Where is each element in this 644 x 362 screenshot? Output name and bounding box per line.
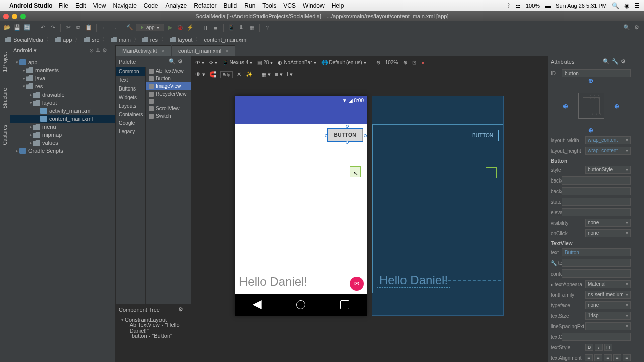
- crumb-layout[interactable]: layout: [168, 37, 194, 43]
- attach-debugger-icon[interactable]: ⏸: [202, 24, 210, 32]
- device-dropdown[interactable]: 📱 Nexus 4 ▾: [222, 60, 253, 65]
- minimize-window-icon[interactable]: [12, 14, 17, 19]
- tree-item[interactable]: content_main.xml: [10, 115, 115, 123]
- save-icon[interactable]: 💾: [13, 24, 21, 32]
- menu-edit[interactable]: Edit: [75, 2, 86, 9]
- tab-mainactivity[interactable]: MainActivity.kt×: [116, 45, 171, 56]
- attrs-search-icon[interactable]: 🔍: [603, 58, 610, 65]
- palette-item[interactable]: ScrollView: [146, 105, 191, 112]
- crumb-file[interactable]: content_main.xml: [202, 37, 249, 43]
- palette-item[interactable]: Ab TextView: [146, 67, 191, 75]
- forward-icon[interactable]: →: [110, 24, 118, 32]
- project-hide-icon[interactable]: −: [109, 48, 112, 54]
- attrs-wrench-icon[interactable]: 🔧: [612, 58, 619, 65]
- default-margin[interactable]: 8dp: [220, 71, 233, 78]
- tab-contentmain[interactable]: content_main.xml×: [172, 45, 235, 56]
- maximize-window-icon[interactable]: [20, 14, 26, 19]
- palette-category[interactable]: Layouts: [116, 102, 145, 110]
- tree-item[interactable]: ▸menu: [10, 123, 115, 131]
- crumb-src[interactable]: src: [82, 37, 101, 43]
- bp-imageview-widget[interactable]: [486, 167, 497, 178]
- constraint-top-icon[interactable]: ⊕: [588, 77, 593, 84]
- notifications-icon[interactable]: ☰: [634, 2, 640, 9]
- menu-refactor[interactable]: Refactor: [194, 2, 216, 9]
- tree-item[interactable]: ▸values: [10, 139, 115, 147]
- crumb-res[interactable]: res: [140, 37, 160, 43]
- debug-icon[interactable]: 🐞: [176, 24, 184, 32]
- device-preview[interactable]: ▼ ◢ 8:00 BUTTON: [235, 96, 367, 316]
- design-surface-icon[interactable]: 👁 ▾: [195, 71, 205, 78]
- palette-item[interactable]: Button: [146, 75, 191, 82]
- bluetooth-icon[interactable]: ᛒ: [507, 2, 510, 9]
- bp-button-widget[interactable]: BUTTON: [467, 130, 499, 141]
- tree-item[interactable]: ▸manifests: [10, 66, 115, 74]
- back-icon[interactable]: ←: [100, 24, 108, 32]
- textappear-dropdown[interactable]: Material: [585, 280, 631, 288]
- palette-category[interactable]: Common: [116, 67, 145, 76]
- palette-category[interactable]: Text: [116, 76, 145, 84]
- constraint-right-icon[interactable]: ⊕: [614, 103, 619, 110]
- constraint-bottom-icon[interactable]: ⊕: [588, 127, 593, 134]
- project-tree[interactable]: ▾app▸manifests▸java▾res▸drawable▾layouta…: [10, 56, 115, 157]
- zoom-out-icon[interactable]: ⊖: [376, 60, 380, 65]
- project-tab[interactable]: 1:Project: [2, 49, 8, 75]
- crumb-main[interactable]: main: [109, 37, 133, 43]
- structure-icon[interactable]: ▦: [248, 24, 256, 32]
- tree-item[interactable]: ▾app: [10, 58, 115, 66]
- tree-item[interactable]: ▸Gradle Scripts: [10, 147, 115, 155]
- close-window-icon[interactable]: [3, 14, 9, 19]
- elevation-input[interactable]: [562, 208, 631, 216]
- typeface-dropdown[interactable]: none: [585, 301, 631, 309]
- project-collapse-icon[interactable]: ⇊: [96, 47, 100, 54]
- palette-category[interactable]: Legacy: [116, 127, 145, 136]
- palette-item[interactable]: ImageView: [146, 82, 191, 90]
- menu-tools[interactable]: Tools: [262, 2, 276, 9]
- align-start-button[interactable]: ≡: [585, 354, 593, 361]
- palette-item[interactable]: Switch: [146, 112, 191, 120]
- tree-item[interactable]: ▾layout: [10, 99, 115, 107]
- constraint-left-icon[interactable]: ⊕: [563, 103, 568, 110]
- constraint-widget[interactable]: ⊕ ⊕ ⊕ ⊕ 〉〉〉 〈〈〈: [566, 80, 616, 131]
- redo-icon[interactable]: ↷: [49, 24, 57, 32]
- project-gear-icon[interactable]: ⚙: [102, 47, 107, 54]
- pack-icon[interactable]: ▦ ▾: [261, 71, 271, 78]
- menu-code[interactable]: Code: [144, 2, 158, 9]
- search-icon[interactable]: 🔍: [623, 24, 631, 32]
- open-icon[interactable]: 📂: [3, 24, 11, 32]
- allcaps-button[interactable]: TT: [604, 344, 612, 351]
- captures-tab[interactable]: Captures: [2, 122, 8, 148]
- cut-icon[interactable]: ✂: [64, 24, 72, 32]
- textcolor-input[interactable]: [562, 333, 631, 341]
- clear-constraints-icon[interactable]: ✕: [237, 71, 242, 78]
- menu-build[interactable]: Build: [224, 2, 237, 9]
- palette-category[interactable]: Google: [116, 119, 145, 127]
- avd-icon[interactable]: 📱: [227, 24, 235, 32]
- sync-icon[interactable]: 🔄: [23, 24, 31, 32]
- project-view-selector[interactable]: Android ▾: [13, 47, 37, 54]
- palette-category[interactable]: Buttons: [116, 84, 145, 93]
- bp-textview-widget[interactable]: Hello Daniel!: [377, 273, 450, 288]
- align-right-button[interactable]: ≡: [613, 354, 621, 361]
- onclick-dropdown[interactable]: none: [585, 229, 631, 237]
- crumb-app[interactable]: app: [53, 37, 74, 43]
- attrs-gear-icon[interactable]: ⚙: [621, 58, 626, 65]
- align-left-button[interactable]: ≡: [594, 354, 602, 361]
- contentdesc-input[interactable]: [562, 269, 631, 278]
- orientation-icon[interactable]: ⟳ ▾: [209, 60, 217, 65]
- tree-item[interactable]: ▸mipmap: [10, 131, 115, 139]
- palette-category[interactable]: Containers: [116, 110, 145, 119]
- palette-hide-icon[interactable]: −: [185, 59, 188, 65]
- stop-icon[interactable]: ■: [212, 24, 220, 32]
- structure-tab[interactable]: Structure: [2, 85, 8, 112]
- undo-icon[interactable]: ↶: [39, 24, 47, 32]
- run-config-dropdown[interactable]: app ▾: [136, 24, 164, 31]
- menu-analyze[interactable]: Analyze: [166, 2, 187, 9]
- menu-run[interactable]: Run: [244, 2, 255, 9]
- backgroundtint-input[interactable]: [562, 187, 631, 195]
- palette-gear-icon[interactable]: ⚙: [178, 58, 183, 65]
- component-tree-item[interactable]: Ab TextView - "Hello Daniel!": [116, 324, 191, 332]
- design-canvas[interactable]: ▼ ◢ 8:00 BUTTON: [191, 80, 547, 362]
- menu-view[interactable]: View: [93, 2, 106, 9]
- preview-button-widget[interactable]: BUTTON: [328, 129, 363, 141]
- attrs-hide-icon[interactable]: −: [628, 59, 631, 65]
